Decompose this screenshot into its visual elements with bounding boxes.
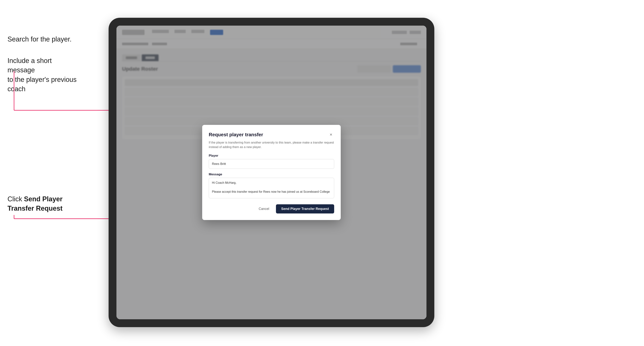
app-background: Update Roster <box>116 26 426 319</box>
annotation-search-text: Search for the player. <box>8 35 72 44</box>
annotation-click-text: Click Send Player Transfer Request <box>8 194 79 213</box>
modal-close-button[interactable]: × <box>328 131 334 138</box>
modal-header: Request player transfer × <box>209 131 334 138</box>
player-input[interactable] <box>209 159 334 169</box>
tablet-screen: Update Roster <box>116 26 426 319</box>
modal-description: If the player is transferring from anoth… <box>209 140 334 149</box>
request-transfer-modal: Request player transfer × If the player … <box>202 125 341 220</box>
modal-title: Request player transfer <box>209 132 263 138</box>
send-transfer-button[interactable]: Send Player Transfer Request <box>276 204 334 213</box>
annotation-message-text: Include a short messageto the player's p… <box>8 56 79 94</box>
annotation-area: Search for the player. Include a short m… <box>0 0 108 346</box>
message-field-label: Message <box>209 173 334 176</box>
modal-footer: Cancel Send Player Transfer Request <box>209 204 334 213</box>
player-field-label: Player <box>209 154 334 158</box>
tablet-device: Update Roster <box>108 18 434 327</box>
modal-overlay: Request player transfer × If the player … <box>116 26 426 319</box>
cancel-button[interactable]: Cancel <box>255 205 273 213</box>
message-textarea[interactable]: Hi Coach McHarg, Please accept this tran… <box>209 178 334 198</box>
